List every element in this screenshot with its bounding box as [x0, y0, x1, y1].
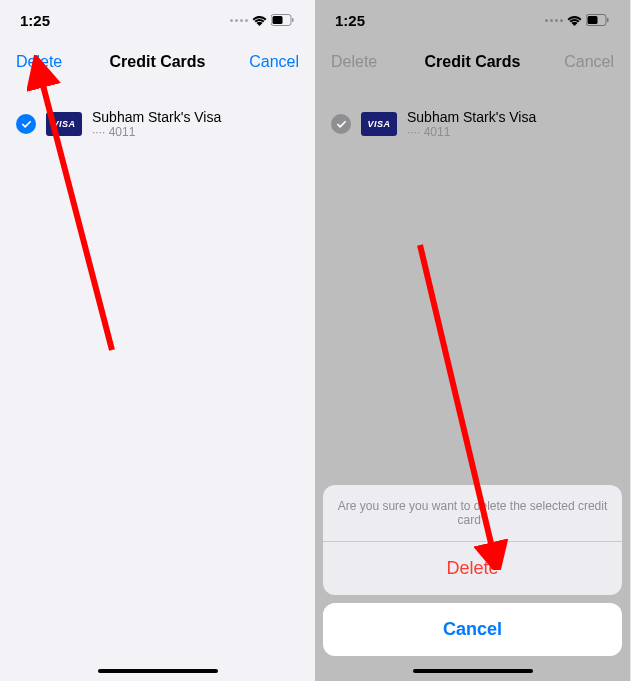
svg-rect-4	[588, 16, 598, 24]
wifi-icon	[567, 15, 582, 26]
card-info: Subham Stark's Visa ···· 4011	[407, 109, 536, 139]
card-name: Subham Stark's Visa	[92, 109, 221, 125]
checkmark-selected-icon	[331, 114, 351, 134]
svg-rect-5	[607, 18, 609, 22]
status-time: 1:25	[20, 12, 50, 29]
battery-icon	[586, 14, 610, 26]
page-title: Credit Cards	[391, 53, 554, 71]
action-sheet-prompt: Are you sure you want to delete the sele…	[323, 485, 622, 542]
nav-bar: Delete Credit Cards Cancel	[315, 40, 630, 84]
phone-left: 1:25 Delete Credit Cards Cancel VISA Sub…	[0, 0, 315, 681]
delete-button[interactable]: Delete	[16, 53, 76, 71]
cancel-button: Cancel	[554, 53, 614, 71]
nav-bar: Delete Credit Cards Cancel	[0, 40, 315, 84]
card-list: VISA Subham Stark's Visa ···· 4011	[0, 84, 315, 164]
svg-rect-1	[273, 16, 283, 24]
card-number: ···· 4011	[92, 125, 221, 139]
cellular-icon	[230, 19, 248, 22]
card-name: Subham Stark's Visa	[407, 109, 536, 125]
action-sheet-delete-button[interactable]: Delete	[323, 542, 622, 595]
home-indicator[interactable]	[98, 669, 218, 673]
card-list: VISA Subham Stark's Visa ···· 4011	[315, 84, 630, 164]
status-icons	[230, 14, 295, 26]
card-row[interactable]: VISA Subham Stark's Visa ···· 4011	[16, 109, 299, 139]
home-indicator[interactable]	[413, 669, 533, 673]
action-sheet-group: Are you sure you want to delete the sele…	[323, 485, 622, 595]
status-icons	[545, 14, 610, 26]
status-bar: 1:25	[0, 0, 315, 40]
delete-button: Delete	[331, 53, 391, 71]
status-time: 1:25	[335, 12, 365, 29]
action-sheet-cancel-button[interactable]: Cancel	[323, 603, 622, 656]
checkmark-selected-icon[interactable]	[16, 114, 36, 134]
visa-icon: VISA	[361, 112, 397, 136]
phone-right: 1:25 Delete Credit Cards Cancel VISA Sub…	[315, 0, 630, 681]
card-row: VISA Subham Stark's Visa ···· 4011	[331, 109, 614, 139]
battery-icon	[271, 14, 295, 26]
svg-rect-2	[292, 18, 294, 22]
wifi-icon	[252, 15, 267, 26]
visa-icon: VISA	[46, 112, 82, 136]
cellular-icon	[545, 19, 563, 22]
status-bar: 1:25	[315, 0, 630, 40]
cancel-button[interactable]: Cancel	[239, 53, 299, 71]
card-number: ···· 4011	[407, 125, 536, 139]
card-info: Subham Stark's Visa ···· 4011	[92, 109, 221, 139]
action-sheet: Are you sure you want to delete the sele…	[323, 485, 622, 656]
page-title: Credit Cards	[76, 53, 239, 71]
